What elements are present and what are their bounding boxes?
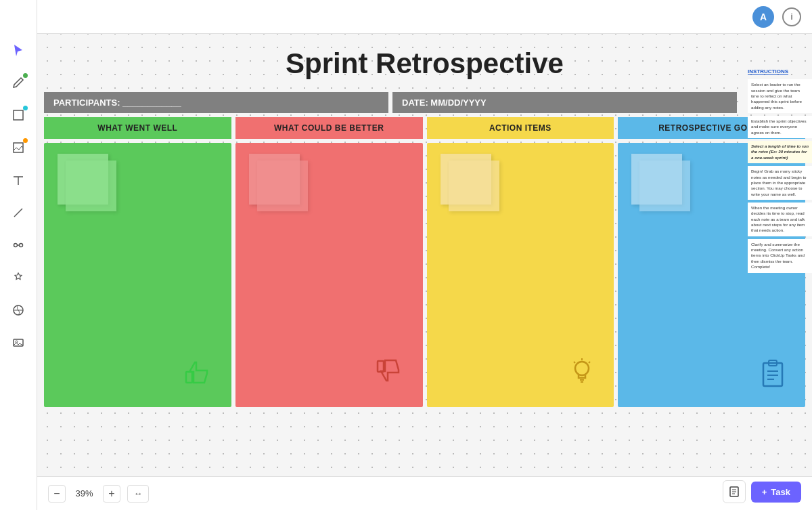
zoom-out-button[interactable]: − — [48, 485, 66, 503]
line-icon[interactable] — [9, 203, 28, 222]
add-task-button[interactable]: + Task — [751, 482, 801, 503]
col-header-action: ACTION ITEMS — [427, 117, 614, 139]
globe-icon[interactable] — [9, 301, 28, 320]
bottom-toolbar: − 39% + ↔ + Task — [37, 476, 812, 510]
thumbs-down-icon — [374, 355, 408, 395]
instructions-step-4: Begin! Grab as many sticky notes as need… — [748, 166, 812, 200]
thumbs-up-icon — [183, 355, 217, 395]
page-title: Sprint Retrospective — [37, 47, 812, 80]
svg-rect-1 — [14, 143, 23, 152]
task-plus-icon: + — [762, 487, 767, 497]
lightbulb-icon — [565, 355, 599, 395]
col-body-better[interactable] — [235, 143, 423, 407]
col-body-action[interactable] — [427, 143, 614, 407]
svg-rect-0 — [14, 110, 23, 120]
sticky-note-pink-2[interactable] — [257, 161, 308, 211]
svg-point-10 — [575, 362, 589, 375]
instructions-title[interactable]: INSTRUCTIONS — [748, 68, 812, 75]
svg-point-2 — [14, 244, 18, 247]
zoom-in-button[interactable]: + — [103, 485, 120, 503]
cursor-icon[interactable] — [9, 41, 28, 60]
svg-rect-8 — [186, 372, 192, 383]
svg-point-3 — [20, 244, 23, 247]
sticky-icon[interactable] — [9, 138, 28, 157]
connector-icon[interactable] — [9, 236, 28, 255]
info-icon[interactable]: i — [782, 7, 801, 26]
svg-line-13 — [574, 362, 575, 363]
col-header-went-well: WHAT WENT WELL — [44, 117, 231, 139]
text-icon[interactable] — [9, 171, 28, 190]
sticky-note-green-2[interactable] — [66, 161, 116, 211]
instructions-panel: INSTRUCTIONS Select an leader to run the… — [748, 68, 812, 273]
instructions-step-5: When the meeting owner decides its time … — [748, 203, 812, 236]
participants-field[interactable]: PARTICIPANTS: ____________ — [44, 92, 388, 113]
pen-icon[interactable] — [9, 73, 28, 92]
shape-dot — [23, 106, 28, 110]
main-canvas[interactable]: Sprint Retrospective PARTICIPANTS: _____… — [37, 34, 812, 476]
instructions-step-2: Establish the sprint objectives and make… — [748, 116, 812, 138]
instructions-step-6: Clarify and summarize the meeting. Conve… — [748, 239, 812, 273]
ai-icon[interactable] — [9, 268, 28, 287]
shape-icon[interactable] — [9, 106, 28, 125]
task-btn-label: Task — [771, 487, 790, 497]
date-field[interactable]: DATE: MM/DD/YYYY — [392, 92, 737, 113]
instructions-step-1: Select an leader to run the session and … — [748, 79, 812, 113]
bottom-right-tools: + Task — [723, 480, 801, 503]
doc-button[interactable] — [723, 480, 746, 503]
topbar: A i — [37, 0, 812, 34]
user-avatar[interactable]: A — [752, 6, 774, 28]
clipboard-icon — [757, 355, 790, 395]
sidebar — [0, 0, 37, 510]
sticky-note-blue-2[interactable] — [639, 161, 690, 211]
svg-point-7 — [16, 341, 18, 343]
col-header-better: WHAT COULD BE BETTER — [235, 117, 423, 139]
zoom-level: 39% — [72, 488, 96, 498]
fit-to-screen-button[interactable]: ↔ — [127, 485, 149, 503]
sticky-note-yellow-2[interactable] — [449, 161, 499, 211]
sticky-dot — [23, 138, 28, 143]
image-icon[interactable] — [9, 333, 28, 352]
pen-dot — [23, 73, 28, 78]
svg-line-12 — [589, 362, 590, 363]
col-body-went-well[interactable] — [44, 143, 231, 407]
instructions-step-3: Select a length of time to run the retro… — [748, 141, 812, 163]
svg-rect-9 — [378, 361, 384, 372]
